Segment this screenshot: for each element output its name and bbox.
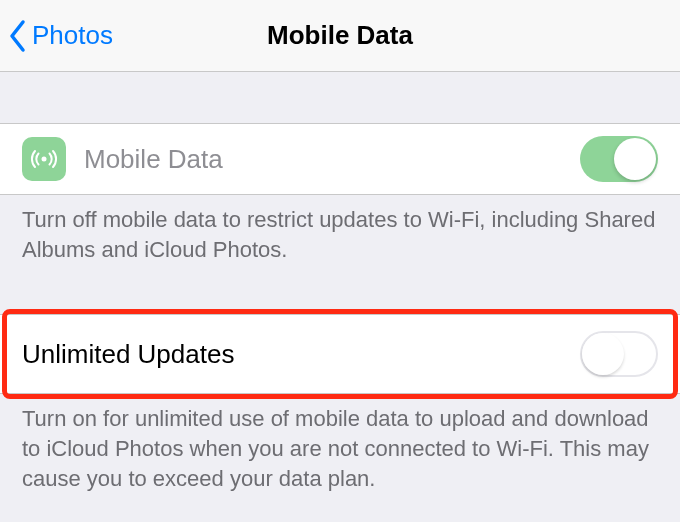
section-spacer xyxy=(0,278,680,314)
navigation-bar: Photos Mobile Data xyxy=(0,0,680,72)
back-button[interactable]: Photos xyxy=(8,19,113,53)
unlimited-updates-toggle[interactable] xyxy=(580,331,658,377)
unlimited-updates-row[interactable]: Unlimited Updates xyxy=(0,314,680,394)
page-title: Mobile Data xyxy=(267,20,413,51)
mobile-data-row[interactable]: Mobile Data xyxy=(0,124,680,195)
highlighted-section: Unlimited Updates xyxy=(0,314,680,394)
antenna-icon xyxy=(22,137,66,181)
unlimited-updates-label: Unlimited Updates xyxy=(22,339,580,370)
svg-point-0 xyxy=(42,157,47,162)
mobile-data-label: Mobile Data xyxy=(84,144,580,175)
toggle-knob xyxy=(582,333,624,375)
back-label: Photos xyxy=(32,20,113,51)
chevron-left-icon xyxy=(8,19,28,53)
section-spacer xyxy=(0,72,680,124)
mobile-data-footer: Turn off mobile data to restrict updates… xyxy=(0,195,680,278)
mobile-data-toggle[interactable] xyxy=(580,136,658,182)
unlimited-updates-footer: Turn on for unlimited use of mobile data… xyxy=(0,394,680,507)
toggle-knob xyxy=(614,138,656,180)
